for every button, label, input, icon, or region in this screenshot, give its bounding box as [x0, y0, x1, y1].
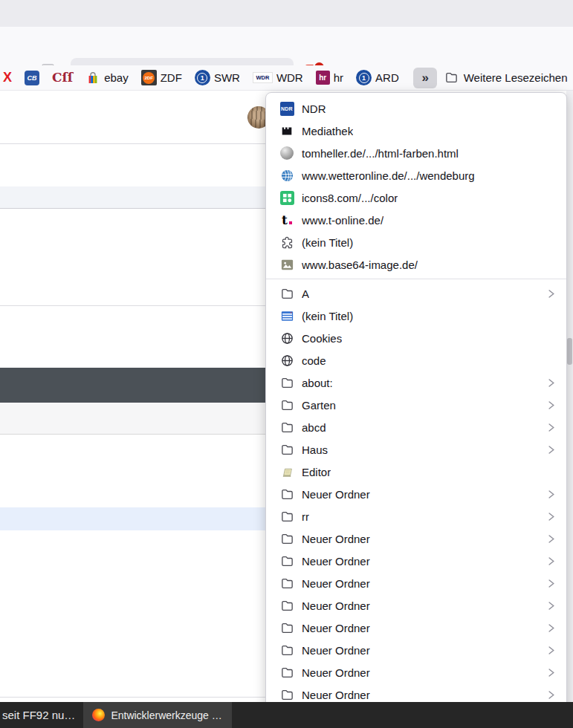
window-scrollbar[interactable]: [566, 91, 573, 702]
taskbar-window-button[interactable]: Entwicklerwerkzeuge …: [83, 702, 232, 728]
menu-folder-item[interactable]: Garten: [266, 394, 566, 416]
sphere-icon: [279, 146, 294, 160]
wetteronline-icon: [279, 168, 294, 183]
zdf-icon: 2DF: [141, 70, 157, 85]
x-red-icon: X: [3, 70, 12, 85]
menu-folder-item[interactable]: Neuer Ordner: [266, 550, 566, 572]
submenu-chevron-icon: [546, 378, 556, 388]
folder-icon: [279, 531, 294, 546]
globe-icon: [279, 353, 294, 368]
submenu-chevron-icon: [546, 646, 556, 655]
menu-folder-item[interactable]: abcd: [266, 416, 566, 438]
menu-item-label: A: [302, 287, 309, 300]
menu-bookmark-item[interactable]: (kein Titel): [266, 305, 566, 327]
menu-folder-item[interactable]: Neuer Ordner: [266, 483, 566, 505]
folder-icon: [279, 509, 294, 524]
bookmarks-overflow-menu: NDRNDRMediathektomheller.de/.../html-far…: [265, 92, 567, 725]
folder-icon: [279, 620, 294, 635]
t-online-icon: t: [279, 212, 294, 227]
menu-folder-item[interactable]: about:: [266, 371, 566, 394]
menu-bookmark-item[interactable]: Mediathek: [266, 120, 566, 142]
submenu-chevron-icon: [546, 690, 556, 700]
menu-bookmark-item[interactable]: icons8.com/.../color: [266, 186, 566, 209]
bookmark-item[interactable]: 1SWR: [195, 70, 240, 85]
taskbar-status-text: seit FF92 nu…: [2, 709, 75, 721]
menu-folder-item[interactable]: Neuer Ordner: [266, 527, 566, 550]
menu-folder-item[interactable]: Haus: [266, 438, 566, 461]
submenu-chevron-icon: [546, 579, 556, 588]
submenu-chevron-icon: [546, 423, 556, 432]
menu-bookmark-item[interactable]: www.wetteronline.de/.../wendeburg: [266, 164, 566, 186]
menu-folder-item[interactable]: A: [266, 282, 566, 305]
menu-item-label: Editor: [302, 466, 331, 478]
folder-icon: [279, 598, 294, 613]
taskbar-window-label: Entwicklerwerkzeuge …: [111, 709, 221, 721]
folder-icon: [279, 665, 294, 680]
folder-icon: [279, 487, 294, 501]
taskbar: seit FF92 nu… Entwicklerwerkzeuge …: [0, 702, 573, 728]
menu-item-label: code: [302, 354, 326, 367]
image-icon: [279, 257, 294, 272]
menu-item-label: www.wetteronline.de/.../wendeburg: [302, 169, 475, 182]
bookmark-item[interactable]: hrhr: [316, 71, 343, 85]
menu-item-label: tomheller.de/.../html-farben.html: [302, 147, 459, 160]
menu-item-label: Haus: [302, 443, 328, 456]
menu-folder-item[interactable]: rr: [266, 505, 566, 527]
hr-icon: hr: [316, 71, 330, 85]
menu-item-label: Neuer Ordner: [302, 622, 370, 634]
bookmark-label: hr: [334, 71, 343, 84]
menu-item-label: about:: [302, 377, 333, 389]
submenu-chevron-icon: [546, 490, 556, 499]
menu-bookmark-item[interactable]: www.base64-image.de/: [266, 253, 566, 276]
scrollbar-thumb[interactable]: [567, 338, 572, 365]
menu-item-label: (kein Titel): [302, 236, 353, 249]
folder-icon: [444, 71, 459, 85]
bookmark-item[interactable]: Cſſ: [52, 71, 73, 84]
titlebar: [0, 0, 573, 27]
menu-bookmark-item[interactable]: (kein Titel): [266, 231, 566, 253]
bookmarks-toolbar: XCBCſſebay2DFZDF1SWRWDRWDRhrhr1ARD » Wei…: [0, 65, 573, 91]
folder-icon: [279, 553, 294, 568]
icons8-icon: [279, 190, 294, 205]
ndr-icon: NDR: [279, 101, 294, 116]
menu-item-label: abcd: [302, 421, 326, 434]
menu-bookmark-item[interactable]: code: [266, 349, 566, 371]
submenu-chevron-icon: [546, 400, 556, 410]
menu-item-label: Neuer Ordner: [302, 488, 370, 501]
css-validator-icon: Cſſ: [52, 71, 73, 84]
menu-item-label: Neuer Ordner: [302, 577, 370, 590]
mediathek-icon: [279, 123, 294, 138]
menu-bookmark-item[interactable]: twww.t-online.de/: [266, 209, 566, 231]
ard-circle-icon: 1: [195, 70, 210, 85]
menu-folder-item[interactable]: Neuer Ordner: [266, 594, 566, 617]
menu-item-label: Neuer Ordner: [302, 599, 370, 612]
menu-item-label: Neuer Ordner: [302, 555, 370, 568]
bookmark-item[interactable]: ebay: [85, 71, 129, 85]
submenu-chevron-icon: [546, 512, 556, 521]
bookmark-item[interactable]: 1ARD: [356, 70, 399, 85]
folder-icon: [279, 286, 294, 301]
menu-folder-item[interactable]: Neuer Ordner: [266, 617, 566, 639]
menu-folder-item[interactable]: Neuer Ordner: [266, 639, 566, 661]
menu-bookmark-item[interactable]: Cookies: [266, 327, 566, 349]
menu-item-label: Neuer Ordner: [302, 533, 370, 545]
menu-bookmark-item[interactable]: Editor: [266, 461, 566, 483]
bookmark-item[interactable]: WDRWDR: [253, 71, 303, 84]
firefox-icon: [92, 709, 105, 721]
menu-item-label: Garten: [302, 399, 336, 412]
menu-folder-item[interactable]: Neuer Ordner: [266, 572, 566, 594]
folder-icon: [279, 687, 294, 702]
bookmarks-overflow-button[interactable]: »: [413, 68, 437, 88]
submenu-chevron-icon: [546, 289, 556, 299]
wdr-icon: WDR: [253, 72, 273, 83]
menu-folder-item[interactable]: Neuer Ordner: [266, 661, 566, 683]
bookmark-item[interactable]: X: [3, 70, 12, 85]
menu-bookmark-item[interactable]: tomheller.de/.../html-farben.html: [266, 142, 566, 164]
more-bookmarks-folder[interactable]: Weitere Lesezeichen: [444, 71, 568, 85]
menu-item-label: Neuer Ordner: [302, 666, 370, 679]
bookmark-item[interactable]: 2DFZDF: [141, 70, 182, 85]
menu-bookmark-item[interactable]: NDRNDR: [266, 97, 566, 120]
navigation-toolbar: CſſW3C 1VCSSV: [0, 27, 573, 65]
bookmark-item[interactable]: CB: [25, 71, 39, 85]
bookmarks-items: XCBCſſebay2DFZDF1SWRWDRWDRhrhr1ARD: [3, 70, 412, 85]
